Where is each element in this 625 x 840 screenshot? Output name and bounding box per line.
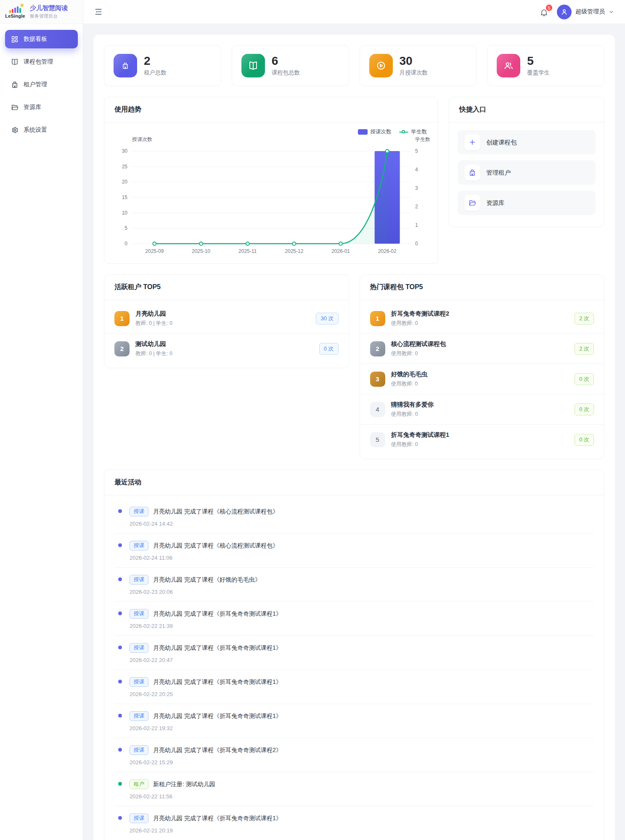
activity-text: 月亮幼儿园 完成了课程《折耳兔奇奇测试课程1》: [153, 610, 282, 618]
item-name: 好饿的毛毛虫: [391, 370, 569, 378]
sidebar-item-label: 系统设置: [24, 126, 47, 134]
list-item: 4猜猜我有多爱你使用教师: 00 次: [360, 394, 604, 424]
recent-activity-card: 最近活动 授课月亮幼儿园 完成了课程《核心流程测试课程包》2026-02-24 …: [104, 470, 604, 840]
quick-link-1[interactable]: 管理租户: [458, 160, 596, 185]
notification-badge: 5: [546, 4, 553, 11]
trend-chart-svg: 051015202530012345授课次数学生数2025-092025-102…: [114, 129, 430, 256]
chart-legend: 授课次数 学生数: [358, 128, 427, 136]
activity-time: 2026-02-22 15:29: [130, 759, 594, 766]
count-badge: 0 次: [319, 343, 339, 355]
user-menu[interactable]: 超级管理员: [557, 5, 614, 19]
brand-name: LeSingle: [5, 13, 25, 19]
stat-card-1: 6课程包总数: [232, 45, 349, 86]
plus-icon: [464, 134, 480, 150]
activity-item: 授课月亮幼儿园 完成了课程《折耳兔奇奇测试课程1》2026-02-22 19:3…: [114, 704, 594, 738]
quick-link-label: 创建课程包: [486, 138, 517, 146]
menu-fold-icon[interactable]: [94, 8, 103, 16]
legend-item-bar[interactable]: 授课次数: [358, 128, 392, 136]
activity-dot-icon: [118, 680, 122, 683]
activity-text: 月亮幼儿园 完成了课程《折耳兔奇奇测试课程1》: [153, 712, 282, 720]
usage-trend-card: 使用趋势 授课次数 学生数 051015202530012345授课次数学生数2: [104, 97, 438, 264]
active-tenants-header: 活跃租户 TOP5: [104, 275, 349, 300]
activity-item: 授课月亮幼儿园 完成了课程《折耳兔奇奇测试课程1》2026-02-21 20:1…: [114, 806, 594, 840]
sidebar: LeSingle 少儿智慧阅读 服务管理后台 数据看板课程包管理租户管理资源库系…: [0, 0, 83, 840]
list-item: 1折耳兔奇奇测试课程2使用教师: 02 次: [360, 303, 604, 333]
sidebar-item-1[interactable]: 课程包管理: [5, 53, 78, 71]
activity-text: 月亮幼儿园 完成了课程《折耳兔奇奇测试课程2》: [153, 747, 282, 754]
stat-card-0: 2租户总数: [104, 45, 221, 86]
folder-icon: [11, 104, 19, 111]
sidebar-item-3[interactable]: 资源库: [5, 98, 78, 117]
activity-item: 授课月亮幼儿园 完成了课程《核心流程测试课程包》2026-02-24 11:06: [114, 533, 594, 567]
sidebar-menu: 数据看板课程包管理租户管理资源库系统设置: [0, 24, 83, 149]
svg-text:2: 2: [415, 204, 418, 210]
notification-bell[interactable]: 5: [540, 7, 548, 17]
play-circle-icon: [369, 54, 393, 77]
hot-packages-card: 热门课程包 TOP5 1折耳兔奇奇测试课程2使用教师: 02 次2核心流程测试课…: [360, 274, 605, 459]
building-icon: [114, 54, 137, 77]
quick-link-0[interactable]: 创建课程包: [458, 130, 596, 154]
sidebar-item-0[interactable]: 数据看板: [5, 30, 78, 48]
svg-text:2026-01: 2026-01: [331, 248, 350, 254]
list-item: 2核心流程测试课程包使用教师: 02 次: [360, 333, 604, 364]
count-badge: 0 次: [575, 404, 594, 415]
activity-text: 月亮幼儿园 完成了课程《折耳兔奇奇测试课程1》: [153, 678, 282, 686]
activity-item: 授课月亮幼儿园 完成了课程《折耳兔奇奇测试课程1》2026-02-22 21:3…: [114, 601, 594, 635]
building-icon: [464, 165, 480, 181]
count-badge: 0 次: [575, 373, 594, 385]
activity-time: 2026-02-24 11:06: [130, 555, 594, 561]
book-icon: [11, 58, 19, 66]
stats-row: 2租户总数6课程包总数30月授课次数5覆盖学生: [104, 45, 604, 86]
item-meta: 教师: 0 | 学生: 0: [135, 320, 310, 327]
quick-link-2[interactable]: 资源库: [458, 191, 596, 215]
activity-time: 2026-02-22 11:56: [130, 793, 594, 800]
brand-logo-icon: LeSingle: [4, 5, 26, 19]
app-title: 少儿智慧阅读: [30, 4, 68, 12]
svg-text:2025-12: 2025-12: [285, 248, 303, 254]
stat-card-3: 5覆盖学生: [487, 45, 604, 86]
svg-text:5: 5: [415, 148, 418, 154]
active-tenants-list: 1月亮幼儿园教师: 0 | 学生: 030 次2测试幼儿园教师: 0 | 学生:…: [104, 300, 349, 368]
active-tenants-title: 活跃租户 TOP5: [114, 283, 161, 290]
count-badge: 2 次: [575, 343, 594, 355]
svg-text:2025-11: 2025-11: [238, 248, 257, 254]
activity-tag: 租户: [130, 779, 148, 789]
item-meta: 使用教师: 0: [391, 411, 569, 418]
app-subtitle: 服务管理后台: [30, 13, 68, 19]
sidebar-item-4[interactable]: 系统设置: [5, 121, 78, 139]
book-open-icon: [241, 54, 265, 77]
sidebar-item-2[interactable]: 租户管理: [5, 75, 78, 94]
item-meta: 使用教师: 0: [391, 441, 569, 448]
count-badge: 0 次: [575, 434, 594, 446]
svg-text:0: 0: [415, 241, 418, 247]
bar-swatch-icon: [358, 129, 368, 135]
activity-time: 2026-02-21 20:19: [130, 827, 594, 834]
svg-text:2025-10: 2025-10: [192, 248, 210, 254]
legend-label: 学生数: [411, 128, 427, 136]
svg-text:20: 20: [122, 179, 128, 185]
activity-tag: 授课: [130, 643, 148, 653]
legend-item-line[interactable]: 学生数: [399, 128, 427, 136]
avatar: [557, 5, 572, 19]
activity-text: 月亮幼儿园 完成了课程《核心流程测试课程包》: [153, 508, 278, 516]
activity-item: 授课月亮幼儿园 完成了课程《核心流程测试课程包》2026-02-24 14:42: [114, 500, 594, 533]
quick-entry-list: 创建课程包管理租户资源库: [449, 122, 604, 227]
activity-dot-icon: [118, 611, 122, 615]
stat-value: 5: [527, 55, 550, 68]
building-icon: [11, 81, 19, 88]
item-name: 折耳兔奇奇测试课程1: [391, 431, 569, 439]
activity-dot-icon: [118, 714, 122, 718]
svg-text:授课次数: 授课次数: [132, 136, 152, 142]
activity-tag: 授课: [130, 609, 148, 619]
activity-text: 月亮幼儿园 完成了课程《折耳兔奇奇测试课程1》: [153, 815, 282, 822]
sidebar-item-label: 资源库: [24, 104, 41, 111]
recent-activity-header: 最近活动: [104, 470, 604, 495]
activity-tag: 授课: [130, 813, 148, 823]
rank-badge: 2: [370, 341, 385, 356]
quick-entry-card: 快捷入口 创建课程包管理租户资源库: [449, 97, 604, 227]
activity-tag: 授课: [130, 541, 148, 550]
svg-text:2026-02: 2026-02: [378, 248, 397, 254]
svg-text:4: 4: [415, 167, 418, 173]
sidebar-item-label: 租户管理: [24, 81, 47, 88]
usage-trend-chart: 授课次数 学生数 051015202530012345授课次数学生数2025-0…: [104, 122, 438, 263]
